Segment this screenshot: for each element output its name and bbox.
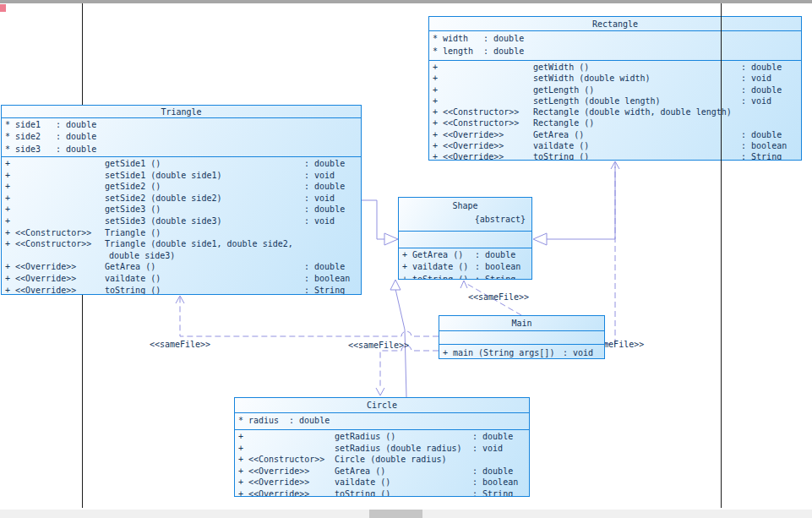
corner-artifact [0, 4, 6, 12]
attributes-compartment [439, 330, 604, 344]
attributes-compartment: *radiusdouble [235, 412, 529, 429]
attributes-compartment: *side1double*side2double*side3double [2, 117, 361, 156]
method-row: +GetArea ()double [399, 249, 531, 261]
method-row: +<<Override>>GetArea ()double [429, 129, 801, 140]
class-box-rectangle[interactable]: Rectangle *widthdouble*lengthdouble +get… [428, 16, 802, 161]
class-title: Triangle [2, 106, 361, 117]
attributes-compartment: *widthdouble*lengthdouble [429, 30, 801, 60]
method-row: +setRadius (double radius)void [235, 443, 529, 455]
method-row: +<<Override>>toString ()String [2, 285, 361, 294]
methods-compartment: +GetArea ()double+vaildate ()boolean+toS… [399, 248, 531, 279]
generalization-arrowhead-icon [533, 233, 547, 245]
class-title: Main [439, 316, 604, 330]
methods-compartment: +main (String args[])void [439, 344, 604, 358]
dependency-main-to-rectangle[interactable] [605, 166, 615, 344]
method-row: +toString ()String [399, 274, 531, 279]
scrollbar-thumb[interactable] [369, 510, 422, 518]
method-row: +<<Constructor>>Circle (double radius) [235, 454, 529, 466]
method-row: +<<Override>>GetArea ()double [235, 466, 529, 477]
generalization-arrowhead-icon [390, 280, 401, 290]
method-row: +getSide3 ()double [2, 204, 361, 215]
method-row: +getSide1 ()double [2, 158, 361, 170]
attribute-row: *lengthdouble [429, 45, 801, 57]
class-title-text: Shape [399, 201, 531, 210]
method-row: +setLength (double length)void [429, 95, 801, 106]
method-row: +<<Override>>vaildate ()boolean [235, 477, 529, 488]
class-title: Circle [235, 398, 529, 412]
dependency-label: <<sameFile>> [150, 340, 210, 349]
method-row: +getRadius ()double [235, 431, 529, 443]
method-row: +setSide1 (double side1)void [2, 170, 361, 182]
generalization-arrowhead-icon [384, 233, 398, 245]
attribute-row: *radiusdouble [235, 414, 529, 427]
class-box-main[interactable]: Main +main (String args[])void [439, 315, 605, 359]
methods-compartment: +getRadius ()double+setRadius (double ra… [235, 429, 529, 496]
dependency-main-to-circle[interactable] [380, 346, 439, 387]
horizontal-scrollbar[interactable] [0, 510, 812, 518]
methods-compartment: +getWidth ()double+setWidth (double widt… [429, 60, 801, 160]
attribute-row: *side1double [2, 119, 361, 131]
method-row: +setSide3 (double side3)void [2, 215, 361, 227]
class-box-shape[interactable]: Shape {abstract} +GetArea ()double+vaild… [398, 197, 532, 280]
attributes-compartment [399, 231, 531, 248]
dependency-label: <<sameFile>> [468, 292, 529, 302]
method-row: +<<Override>>GetArea ()double [2, 261, 361, 273]
methods-compartment: +getSide1 ()double+setSide1 (double side… [2, 156, 361, 294]
method-row: +<<Constructor>>Rectangle (double width,… [429, 106, 801, 117]
method-row: +main (String args[])void [439, 347, 604, 358]
page-boundary-right [721, 3, 722, 508]
method-row: +setWidth (double width)void [429, 73, 801, 84]
abstract-note: {abstract} [399, 215, 531, 224]
class-title: Shape {abstract} [399, 198, 531, 231]
method-row: +<<Constructor>>Rectangle () [429, 117, 801, 128]
generalization-rectangle-to-shape[interactable] [546, 161, 615, 239]
method-row: +getSide2 ()double [2, 181, 361, 193]
method-row: +<<Override>>toString ()String [235, 488, 529, 497]
method-row: +getWidth ()double [429, 62, 801, 73]
method-row: +<<Override>>vaildate ()boolean [2, 273, 361, 285]
method-row: +setSide2 (double side2)void [2, 193, 361, 204]
class-box-circle[interactable]: Circle *radiusdouble +getRadius ()double… [234, 397, 530, 497]
dependency-arrowhead-icon [376, 388, 384, 395]
top-bar [0, 0, 812, 3]
generalization-triangle-to-shape[interactable] [362, 200, 385, 239]
method-row: +<<Override>>vaildate ()boolean [429, 140, 801, 151]
attribute-row: *side2double [2, 131, 361, 143]
method-row: +<<Constructor>>Triangle (double side1, … [2, 238, 361, 261]
diagram-canvas: <<sameFile>> <<sameFile>> <<sameFile>> <… [0, 0, 812, 518]
dependency-label: <<sameFile>> [348, 341, 409, 350]
class-box-triangle[interactable]: Triangle *side1double*side2double*side3d… [1, 105, 362, 295]
method-row: +<<Constructor>>Triangle () [2, 227, 361, 239]
method-row: +<<Override>>toString ()String [429, 151, 801, 160]
method-row: +getLength ()double [429, 85, 801, 95]
dependency-arrowhead-icon [460, 281, 467, 288]
dependency-main-to-triangle[interactable] [180, 297, 439, 336]
method-row: +vaildate ()boolean [399, 261, 531, 273]
class-title: Rectangle [429, 17, 801, 30]
attribute-row: *widthdouble [429, 32, 801, 45]
attribute-row: *side3double [2, 144, 361, 155]
